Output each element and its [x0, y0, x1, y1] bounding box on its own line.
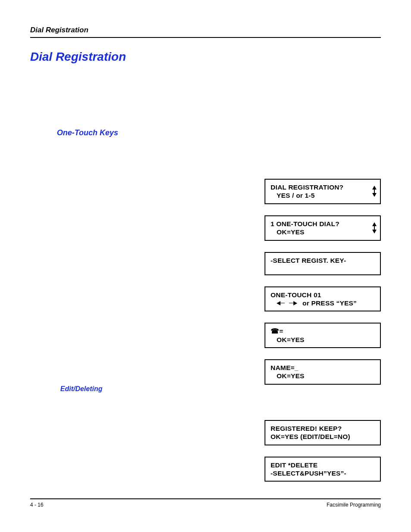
lcd-line1: ONE-TOUCH 01 [271, 291, 376, 299]
lcd-line1: ☎= [271, 327, 376, 335]
arrow-up-icon [372, 222, 377, 226]
lcd-line2: OK=YES (EDIT/DEL=NO) [271, 432, 376, 441]
lcd-line2: YES / or 1-5 [271, 191, 376, 199]
lcd-line2: or PRESS “YES” [302, 299, 357, 307]
lcd-stack: DIAL REGISTRATION? YES / or 1-5 1 ONE-TO… [265, 179, 381, 493]
page-title: Dial Registration [30, 50, 381, 64]
arrow-right-icon [293, 301, 297, 305]
left-right-icon [277, 301, 297, 305]
lcd-phone-entry: ☎= OK=YES [265, 323, 381, 348]
section-one-touch-keys: One-Touch Keys [57, 128, 381, 137]
arrow-left-icon [277, 301, 280, 305]
phone-icon: ☎= [271, 327, 283, 335]
lcd-line1: NAME=_ [271, 364, 376, 372]
header-divider [30, 37, 381, 38]
page-footer: 4 - 16 Facsimile Programming [30, 498, 381, 508]
lcd-line1: REGISTERED! KEEP? [271, 424, 376, 432]
footer-section-title: Facsimile Programming [327, 502, 381, 508]
lcd-line2: -SELECT&PUSH”YES”- [271, 469, 376, 477]
lcd-line1: 1 ONE-TOUCH DIAL? [271, 220, 376, 228]
up-down-icon [372, 186, 377, 197]
up-down-icon [372, 222, 377, 233]
arrow-down-icon [372, 193, 377, 197]
section-edit-deleting: Edit/Deleting [60, 385, 411, 393]
arrow-down-icon [372, 230, 377, 233]
lcd-select-regist-key: -SELECT REGIST. KEY- [265, 252, 381, 275]
lcd-one-touch-01: ONE-TOUCH 01 or PRESS “YES” [265, 286, 381, 312]
lcd-line2: OK=YES [271, 228, 376, 236]
lcd-registered-keep: REGISTERED! KEEP? OK=YES (EDIT/DEL=NO) [265, 420, 381, 445]
lcd-line1: EDIT *DELETE [271, 461, 376, 469]
lcd-line2: OK=YES [271, 336, 376, 344]
lcd-line1: DIAL REGISTRATION? [271, 183, 376, 191]
lcd-edit-delete: EDIT *DELETE -SELECT&PUSH”YES”- [265, 457, 381, 482]
page-number: 4 - 16 [30, 502, 44, 508]
lcd-line1: -SELECT REGIST. KEY- [271, 256, 376, 264]
lcd-dial-registration: DIAL REGISTRATION? YES / or 1-5 [265, 179, 381, 204]
lcd-one-touch-dial: 1 ONE-TOUCH DIAL? OK=YES [265, 215, 381, 241]
arrow-up-icon [372, 186, 377, 190]
footer-divider [30, 498, 381, 499]
running-header: Dial Registration [30, 26, 381, 34]
